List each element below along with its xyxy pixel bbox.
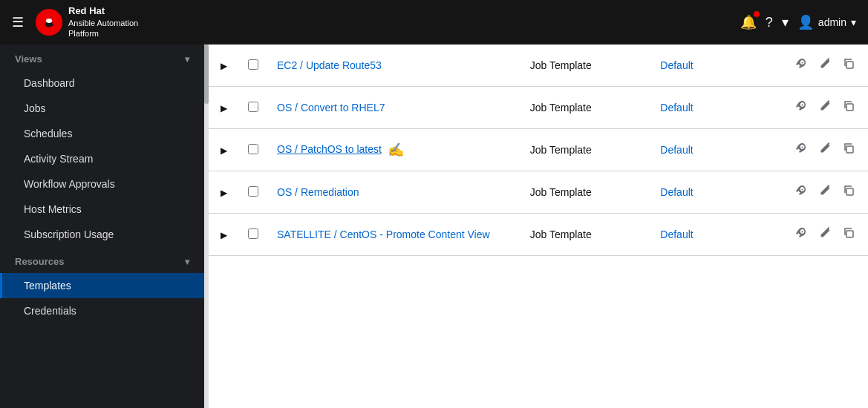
edit-button[interactable] — [815, 139, 835, 160]
user-menu-button[interactable]: 👤 admin ▾ — [797, 14, 856, 30]
template-name-link[interactable]: OS / PatchOS to latest — [277, 143, 382, 155]
svg-point-6 — [802, 147, 803, 148]
template-type-cell: Job Template — [521, 171, 652, 214]
template-name-link[interactable]: OS / Remediation — [277, 186, 359, 198]
edit-button[interactable] — [815, 97, 835, 118]
checkbox-cell — [238, 171, 268, 214]
sidebar-item-activity-stream[interactable]: Activity Stream — [0, 146, 204, 171]
scroll-thumb — [204, 45, 209, 104]
sidebar-item-jobs[interactable]: Jobs — [0, 96, 204, 121]
template-name-cell: SATELLITE / CentOS - Promote Content Vie… — [268, 214, 521, 256]
expand-button[interactable]: ▶ — [221, 61, 227, 71]
sidebar-item-credentials[interactable]: Credentials — [0, 298, 204, 323]
launch-button[interactable] — [791, 139, 812, 160]
table-row: ▶ OS / PatchOS to latest ✍ Job Template — [209, 129, 868, 171]
org-link[interactable]: Default — [660, 102, 693, 113]
templates-table: ▶ EC2 / Update Route53 Job Template Def — [209, 45, 868, 256]
edit-button[interactable] — [815, 224, 835, 245]
topnav: ☰ Red Hat Ansible Automation Platform 🔔 … — [0, 0, 868, 45]
cursor-hand-icon: ✍ — [388, 142, 404, 158]
template-name-cell: EC2 / Update Route53 — [268, 45, 521, 87]
views-label: Views — [15, 53, 42, 65]
copy-button[interactable] — [838, 55, 859, 76]
expand-button[interactable]: ▶ — [221, 230, 227, 240]
edit-icon — [819, 100, 831, 112]
launch-icon — [795, 185, 807, 197]
template-type-label: Job Template — [530, 102, 592, 113]
template-org-cell: Default — [651, 171, 749, 214]
copy-button[interactable] — [838, 139, 859, 160]
edit-icon — [819, 185, 831, 197]
checkbox-cell — [238, 45, 268, 87]
edit-button[interactable] — [815, 55, 835, 76]
copy-icon — [843, 185, 855, 197]
expand-cell: ▶ — [209, 129, 238, 171]
launch-button[interactable] — [791, 55, 812, 76]
user-avatar-icon: 👤 — [797, 14, 814, 30]
row-checkbox[interactable] — [248, 102, 258, 112]
template-org-cell: Default — [651, 214, 749, 256]
sidebar-item-dashboard[interactable]: Dashboard — [0, 70, 204, 96]
row-checkbox[interactable] — [248, 186, 258, 197]
expand-cell: ▶ — [209, 87, 238, 129]
launch-icon — [795, 227, 807, 239]
launch-icon — [795, 58, 807, 70]
views-section-header[interactable]: Views ▾ — [0, 45, 204, 70]
expand-cell: ▶ — [209, 45, 238, 87]
actions-cell — [749, 171, 868, 214]
sidebar-item-schedules[interactable]: Schedules — [0, 121, 204, 146]
org-link[interactable]: Default — [660, 144, 693, 156]
org-link[interactable]: Default — [660, 228, 693, 240]
template-name-link[interactable]: SATELLITE / CentOS - Promote Content Vie… — [277, 228, 490, 240]
svg-rect-3 — [846, 62, 853, 68]
app-title-text: Red Hat Ansible Automation Platform — [68, 5, 138, 39]
template-name-cell: OS / Convert to RHEL7 — [268, 87, 521, 129]
expand-button[interactable]: ▶ — [221, 103, 227, 113]
row-checkbox[interactable] — [248, 228, 258, 239]
expand-button[interactable]: ▶ — [221, 188, 227, 198]
hamburger-button[interactable]: ☰ — [12, 14, 24, 30]
copy-button[interactable] — [838, 97, 859, 118]
launch-button[interactable] — [791, 182, 812, 203]
topnav-right: 🔔 ? ▾ 👤 admin ▾ — [740, 14, 856, 30]
template-type-cell: Job Template — [521, 129, 652, 171]
svg-point-4 — [802, 105, 803, 106]
sidebar-item-templates[interactable]: Templates — [0, 273, 204, 298]
copy-icon — [843, 227, 855, 239]
app-logo: Red Hat Ansible Automation Platform — [36, 5, 740, 39]
checkbox-cell — [238, 129, 268, 171]
template-type-label: Job Template — [530, 228, 592, 240]
template-name-cell: OS / Remediation — [268, 171, 521, 214]
row-checkbox[interactable] — [248, 144, 258, 154]
template-name-link[interactable]: EC2 / Update Route53 — [277, 59, 382, 71]
help-button[interactable]: ? — [766, 15, 773, 30]
launch-icon — [795, 100, 807, 112]
sidebar-item-subscription-usage[interactable]: Subscription Usage — [0, 222, 204, 247]
org-link[interactable]: Default — [660, 59, 693, 71]
edit-button[interactable] — [815, 182, 835, 203]
checkbox-cell — [238, 214, 268, 256]
copy-button[interactable] — [838, 224, 859, 245]
edit-icon — [819, 142, 831, 154]
svg-point-2 — [802, 62, 803, 64]
notifications-button[interactable]: 🔔 — [740, 14, 757, 30]
resources-label: Resources — [15, 256, 64, 267]
expand-button[interactable]: ▶ — [221, 145, 227, 156]
resources-section-header[interactable]: Resources ▾ — [0, 247, 204, 273]
sidebar-item-workflow-approvals[interactable]: Workflow Approvals — [0, 171, 204, 197]
help-caret-button[interactable]: ▾ — [782, 14, 789, 30]
template-name-link[interactable]: OS / Convert to RHEL7 — [277, 102, 385, 113]
copy-button[interactable] — [838, 182, 859, 203]
sidebar-item-host-metrics[interactable]: Host Metrics — [0, 197, 204, 222]
copy-icon — [843, 100, 855, 112]
launch-button[interactable] — [791, 224, 812, 245]
redhat-logo-icon — [36, 9, 62, 36]
actions-cell — [749, 87, 868, 129]
launch-button[interactable] — [791, 97, 812, 118]
template-type-cell: Job Template — [521, 214, 652, 256]
content-area: ▶ EC2 / Update Route53 Job Template Def — [204, 45, 868, 408]
row-checkbox[interactable] — [248, 59, 258, 70]
svg-point-10 — [802, 231, 803, 233]
table-row: ▶ OS / Convert to RHEL7 Job Template De — [209, 87, 868, 129]
org-link[interactable]: Default — [660, 186, 693, 198]
